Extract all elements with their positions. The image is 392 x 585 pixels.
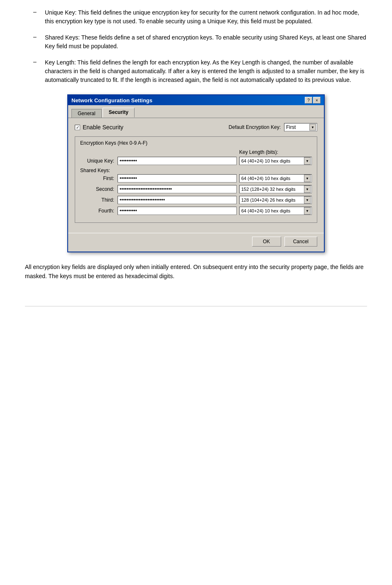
shared-key-first-label: First: <box>80 175 118 181</box>
shared-key-fourth-length-dropdown[interactable]: 64 (40+24) 10 hex digits ▼ <box>239 207 312 215</box>
shared-key-third-length-dropdown[interactable]: 128 (104+24) 26 hex digits ▼ <box>239 196 312 204</box>
dropdown-arrow-icon: ▼ <box>309 124 316 131</box>
unique-key-length-value: 64 (40+24) 10 hex digits <box>241 158 290 163</box>
shared-key-first-length-dropdown[interactable]: 64 (40+24) 10 hex digits ▼ <box>239 174 312 183</box>
bullet-dash-3: – <box>33 58 42 65</box>
shared-key-third-input[interactable] <box>118 196 237 204</box>
shared-key-first-dropdown-arrow-icon: ▼ <box>304 175 311 182</box>
footer-text: All encryption key fields are displayed … <box>25 262 367 281</box>
unique-key-row: Unique Key: 64 (40+24) 10 hex digits ▼ <box>80 157 312 165</box>
shared-key-fourth-label: Fourth: <box>80 208 118 214</box>
unique-key-length-dropdown[interactable]: 64 (40+24) 10 hex digits ▼ <box>239 157 312 165</box>
shared-key-fourth-dropdown-arrow-icon: ▼ <box>304 207 311 215</box>
enc-group-title: Encryption Keys (Hex 0-9 A-F) <box>80 140 312 146</box>
close-button[interactable]: × <box>313 97 321 104</box>
encryption-keys-group: Encryption Keys (Hex 0-9 A-F) Key Length… <box>75 136 317 223</box>
unique-key-input[interactable] <box>118 157 237 165</box>
enable-security-label: Enable Security <box>83 124 123 131</box>
titlebar-buttons: ? × <box>305 97 321 104</box>
shared-key-fourth-length-value: 64 (40+24) 10 hex digits <box>241 208 290 213</box>
shared-key-row-first: First: 64 (40+24) 10 hex digits ▼ <box>80 174 312 183</box>
default-enc-key-dropdown[interactable]: First ▼ <box>284 123 317 131</box>
bullet-dash: – <box>33 8 42 15</box>
bullet-text-key-length: Key Length: This field defines the lengt… <box>45 58 367 84</box>
unique-key-dropdown-arrow-icon: ▼ <box>304 157 311 165</box>
shared-key-second-length-value: 152 (128+24) 32 hex digits <box>241 187 296 192</box>
shared-key-second-length-dropdown[interactable]: 152 (128+24) 32 hex digits ▼ <box>239 185 312 193</box>
shared-key-second-dropdown-arrow-icon: ▼ <box>304 185 311 193</box>
tab-security[interactable]: Security <box>103 108 135 118</box>
unique-key-label: Unique Key: <box>80 158 118 164</box>
key-length-header-row: Key Length (bits): <box>80 149 312 155</box>
shared-key-row-second: Second: 152 (128+24) 32 hex digits ▼ <box>80 185 312 193</box>
help-button[interactable]: ? <box>305 97 312 104</box>
bottom-separator <box>25 306 367 306</box>
ok-button[interactable]: OK <box>252 237 281 247</box>
dialog-tabs: General Security <box>68 105 324 118</box>
dialog-title: Network Configuration Settings <box>71 97 152 104</box>
shared-key-first-length-value: 64 (40+24) 10 hex digits <box>241 176 290 181</box>
shared-key-second-input[interactable] <box>118 185 237 193</box>
shared-keys-label: Shared Keys: <box>80 168 312 173</box>
dialog-footer: OK Cancel <box>68 233 324 252</box>
shared-key-fourth-input[interactable] <box>118 207 237 215</box>
default-enc-key-value: First <box>286 124 296 130</box>
bullet-section: – Unique Key: This field defines the uni… <box>25 8 367 84</box>
dialog-body: ✓ Enable Security Default Encryption Key… <box>68 118 324 233</box>
default-enc-key-section: Default Encryption Key: First ▼ <box>229 123 317 131</box>
bullet-text-unique-key: Unique Key: This field defines the uniqu… <box>45 8 367 26</box>
enable-security-section: ✓ Enable Security <box>75 124 123 131</box>
bullet-item-shared-keys: – Shared Keys: These fields define a set… <box>25 33 367 51</box>
bullet-dash-2: – <box>33 33 42 40</box>
shared-key-first-input[interactable] <box>118 174 237 183</box>
enable-security-checkbox[interactable]: ✓ <box>75 125 80 130</box>
shared-key-row-fourth: Fourth: 64 (40+24) 10 hex digits ▼ <box>80 207 312 215</box>
shared-key-second-label: Second: <box>80 186 118 192</box>
network-config-dialog: Network Configuration Settings ? × Gener… <box>67 94 325 252</box>
key-length-header: Key Length (bits): <box>239 149 312 155</box>
shared-key-third-length-value: 128 (104+24) 26 hex digits <box>241 197 296 202</box>
shared-key-third-dropdown-arrow-icon: ▼ <box>304 196 311 204</box>
tab-general[interactable]: General <box>71 109 102 118</box>
default-enc-key-label: Default Encryption Key: <box>229 124 281 130</box>
shared-key-row-third: Third: 128 (104+24) 26 hex digits ▼ <box>80 196 312 204</box>
bullet-text-shared-keys: Shared Keys: These fields define a set o… <box>45 33 367 51</box>
enable-row: ✓ Enable Security Default Encryption Key… <box>75 123 317 131</box>
shared-key-third-label: Third: <box>80 197 118 203</box>
dialog-titlebar: Network Configuration Settings ? × <box>68 95 324 105</box>
bullet-item-unique-key: – Unique Key: This field defines the uni… <box>25 8 367 26</box>
cancel-button[interactable]: Cancel <box>284 237 317 247</box>
bullet-item-key-length: – Key Length: This field defines the len… <box>25 58 367 84</box>
